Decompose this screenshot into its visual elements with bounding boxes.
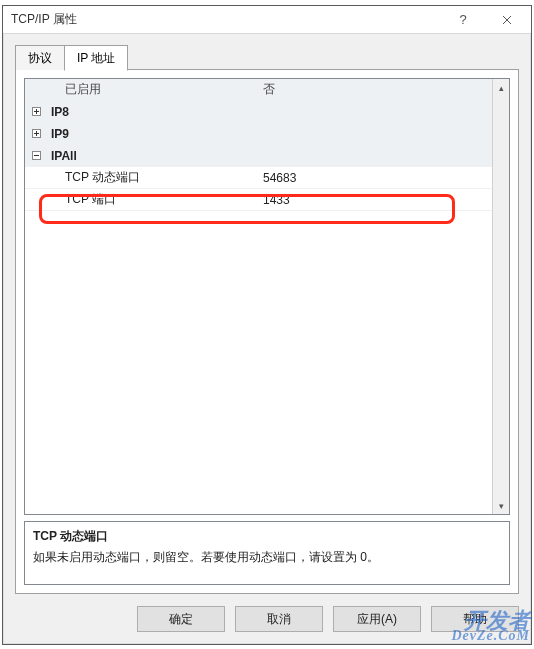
prop-value[interactable]: 54683: [255, 171, 492, 185]
prop-value[interactable]: 1433: [255, 193, 492, 207]
col-header-enabled: 已启用: [45, 81, 255, 98]
category-label: IPAll: [45, 149, 492, 163]
scroll-down-button[interactable]: ▾: [493, 497, 509, 514]
category-label: IP9: [45, 127, 492, 141]
spacer: [27, 169, 45, 187]
property-grid: 已启用 否 IP8 IP9 IPAll: [25, 79, 492, 514]
ok-button[interactable]: 确定: [137, 606, 225, 632]
minus-icon: [32, 151, 41, 160]
description-body: 如果未启用动态端口，则留空。若要使用动态端口，请设置为 0。: [33, 549, 501, 566]
plus-icon: [32, 129, 41, 138]
titlebar: TCP/IP 属性 ?: [3, 6, 531, 34]
description-panel: TCP 动态端口 如果未启用动态端口，则留空。若要使用动态端口，请设置为 0。: [24, 521, 510, 585]
prop-label: TCP 端口: [45, 191, 255, 208]
tab-panel-ip: 已启用 否 IP8 IP9 IPAll: [15, 69, 519, 594]
expand-toggle-ip9[interactable]: [27, 125, 45, 143]
chevron-up-icon: ▴: [499, 83, 504, 93]
prop-row-tcp-dynamic-ports[interactable]: TCP 动态端口 54683: [25, 167, 492, 189]
dialog-button-row: 确定 取消 应用(A) 帮助: [3, 596, 531, 644]
tab-strip: 协议 IP 地址: [15, 44, 519, 70]
expand-toggle-ipall[interactable]: [27, 147, 45, 165]
tab-ip-address[interactable]: IP 地址: [64, 45, 128, 71]
dialog-window: TCP/IP 属性 ? 协议 IP 地址 已启用 否: [2, 5, 532, 645]
plus-icon: [32, 107, 41, 116]
spacer: [27, 81, 45, 99]
chevron-down-icon: ▾: [499, 501, 504, 511]
category-label: IP8: [45, 105, 492, 119]
grid-header-row: 已启用 否: [25, 79, 492, 101]
window-title: TCP/IP 属性: [11, 11, 77, 28]
description-title: TCP 动态端口: [33, 528, 501, 545]
category-ip8[interactable]: IP8: [25, 101, 492, 123]
category-ip9[interactable]: IP9: [25, 123, 492, 145]
vertical-scrollbar[interactable]: ▴ ▾: [492, 79, 509, 514]
property-grid-container: 已启用 否 IP8 IP9 IPAll: [24, 78, 510, 515]
apply-button[interactable]: 应用(A): [333, 606, 421, 632]
close-icon: [502, 15, 512, 25]
cancel-button[interactable]: 取消: [235, 606, 323, 632]
help-button[interactable]: 帮助: [431, 606, 519, 632]
prop-row-tcp-port[interactable]: TCP 端口 1433: [25, 189, 492, 211]
close-titlebar-button[interactable]: [485, 7, 529, 33]
question-icon: ?: [459, 12, 466, 27]
tab-protocol[interactable]: 协议: [15, 45, 65, 70]
expand-toggle-ip8[interactable]: [27, 103, 45, 121]
scroll-up-button[interactable]: ▴: [493, 79, 509, 96]
prop-label: TCP 动态端口: [45, 169, 255, 186]
dialog-content: 协议 IP 地址 已启用 否 IP8 IP: [3, 34, 531, 644]
help-titlebar-button[interactable]: ?: [441, 7, 485, 33]
titlebar-buttons: ?: [441, 7, 529, 33]
spacer: [27, 191, 45, 209]
col-header-value: 否: [255, 81, 492, 98]
category-ipall[interactable]: IPAll: [25, 145, 492, 167]
